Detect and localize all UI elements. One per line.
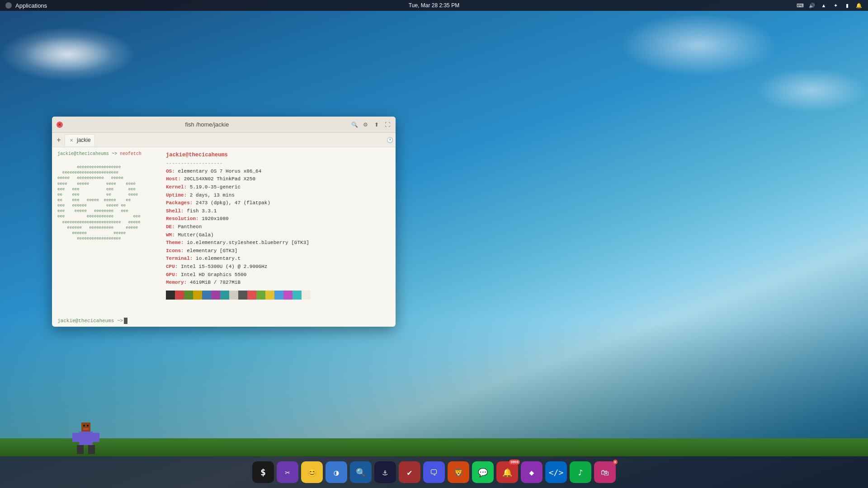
neofetch-shell: Shell: fish 3.3.1 — [166, 207, 390, 216]
color-swatch — [274, 291, 283, 300]
nordvpn-dock[interactable]: ⚓ — [374, 461, 396, 483]
vscode-dock[interactable]: </> — [545, 461, 567, 483]
neofetch-kernel: Kernel: 5.19.0-35-generic — [166, 183, 390, 192]
terminal-title: fish /home/jackie — [185, 121, 229, 128]
ascii-art: eeeeeeeeeeeeeeeeee eeeeeeeeeeeeeeeeeeeee… — [57, 159, 155, 241]
color-swatch — [184, 291, 193, 300]
neofetch-memory: Memory: 4619MiB / 7827MiB — [166, 279, 390, 287]
color-swatch — [211, 291, 220, 300]
settings-icon[interactable]: ⚙ — [362, 121, 369, 128]
keyboard-icon[interactable]: ⌨ — [797, 2, 804, 9]
terminal-bottom: jackie@thecicaheums ~> — [52, 315, 396, 327]
tab-close-icon[interactable]: ✕ — [69, 137, 74, 143]
discord-dock[interactable]: 🗨 — [423, 461, 445, 483]
neofetch-wm: WM: Mutter(Gala) — [166, 231, 390, 239]
terminal-right-panel: jackie@thecicaheums ------------------- … — [160, 147, 396, 315]
neofetch-username: jackie@thecicaheums — [166, 151, 390, 160]
bottom-prompt-text: jackie@thecicaheums ~> — [57, 318, 123, 324]
add-tab-button[interactable]: + — [54, 135, 64, 145]
svg-rect-8 — [83, 428, 89, 430]
titlebar-icons: 🔍 ⚙ ⬆ ⛶ — [351, 121, 391, 128]
color-swatch — [238, 291, 247, 300]
menubar-left: Applications — [5, 2, 47, 9]
terminal-left-panel: jackie@thecicaheums ~> neofetch eeeeeeee… — [52, 147, 160, 315]
notification-icon[interactable]: 🔔 — [855, 2, 863, 9]
svg-rect-1 — [79, 432, 93, 445]
folder-dock[interactable]: ◆ — [521, 461, 542, 483]
neofetch-separator: ------------------- — [166, 160, 390, 168]
fullscreen-icon[interactable]: ⛶ — [384, 121, 391, 128]
brave-dock[interactable]: 🦁 — [448, 461, 469, 483]
neofetch-terminal: Terminal: io.elementary.t — [166, 255, 390, 263]
bottom-prompt-line: jackie@thecicaheums ~> — [57, 318, 390, 324]
tab-jackie[interactable]: ✕ jackie — [65, 134, 95, 146]
svg-rect-7 — [87, 425, 89, 427]
prompt-arrow: ~> — [112, 151, 120, 156]
applications-menu[interactable]: Applications — [15, 2, 47, 9]
svg-rect-2 — [77, 445, 84, 454]
menubar-center: Tue, Mar 28 2:35 PM — [409, 2, 459, 9]
color-swatch — [247, 291, 256, 300]
neofetch-gpu: GPU: Intel HD Graphics 5500 — [166, 271, 390, 279]
terminal-cursor — [124, 318, 127, 324]
neofetch-resolution: Resolution: 868x488 — [166, 215, 390, 223]
wifi-icon[interactable]: ▲ — [820, 2, 827, 9]
svg-rect-0 — [81, 422, 90, 432]
neofetch-theme: Theme: io.elementary.stylesheet.blueberr… — [166, 239, 390, 247]
datetime: Tue, Mar 28 2:35 PM — [409, 2, 459, 9]
search-icon[interactable]: 🔍 — [351, 121, 359, 128]
emoji-dock[interactable]: 😊 — [301, 461, 323, 483]
tab-label: jackie — [77, 137, 91, 143]
close-button[interactable]: ✕ — [57, 122, 63, 128]
dock: $✂😊◑🔍⚓✔🗨🦁💬🔔9999◆</>♪🛍8 — [0, 456, 868, 488]
neofetch-packages: Packages: 2473 (dpkg), 47 (flatpak) — [166, 199, 390, 207]
color-swatch — [265, 291, 274, 300]
cloud-2 — [23, 36, 113, 72]
prompt-line: jackie@thecicaheums ~> neofetch — [57, 151, 155, 157]
dock-badge: 8 — [613, 460, 618, 465]
color-swatch — [292, 291, 302, 300]
copyq-dock[interactable]: ✂ — [277, 461, 298, 483]
color-swatch — [256, 291, 265, 300]
tab-history-icon[interactable]: 🕐 — [386, 136, 394, 144]
pixel-character — [63, 420, 108, 456]
ground — [0, 438, 868, 456]
notifications-dock[interactable]: 🔔9999 — [496, 461, 518, 483]
color-swatch — [175, 291, 184, 300]
terminal-window: ✕ fish /home/jackie 🔍 ⚙ ⬆ ⛶ + ✕ jackie 🕐… — [52, 117, 396, 327]
ground-gradient — [0, 321, 868, 456]
spotify-dock[interactable]: ♪ — [570, 461, 591, 483]
volume-icon[interactable]: 🔊 — [808, 2, 816, 9]
maximize-icon[interactable]: ⬆ — [373, 121, 380, 128]
appstore-dock[interactable]: 🛍8 — [594, 461, 616, 483]
prompt-command: neofetch — [120, 151, 142, 156]
todoist-dock[interactable]: ✔ — [399, 461, 420, 483]
cloud-3 — [619, 14, 778, 77]
dock-badge: 9999 — [509, 460, 520, 465]
svg-rect-5 — [93, 433, 99, 442]
color-swatch — [166, 291, 175, 300]
neofetch-host: Host: 20CLS4XN02 ThinkPad X250 — [166, 175, 390, 183]
svg-rect-4 — [72, 433, 79, 442]
neofetch-os: OS: elementary OS 7 Horus x86_64 — [166, 168, 390, 176]
color-swatch — [302, 291, 311, 300]
elementaryswitch-dock[interactable]: ◑ — [326, 461, 347, 483]
svg-rect-6 — [83, 425, 85, 427]
neofetch-de: DE: Pantheon — [166, 223, 390, 231]
cloud-4 — [755, 68, 868, 113]
prompt-user: jackie@thecicaheums — [57, 151, 109, 156]
color-swatch — [229, 291, 238, 300]
bluetooth-icon[interactable]: ✦ — [832, 2, 839, 9]
neofetch-cpu: CPU: Intel i5-5300U (4) @ 2.900GHz — [166, 263, 390, 271]
color-swatch — [283, 291, 292, 300]
battery-icon[interactable]: ▮ — [844, 2, 851, 9]
menubar-right: ⌨ 🔊 ▲ ✦ ▮ 🔔 — [797, 2, 863, 9]
color-swatch — [193, 291, 202, 300]
whatsapp-dock[interactable]: 💬 — [472, 461, 494, 483]
terminal-dock[interactable]: $ — [252, 461, 274, 483]
neofetch-uptime: Uptime: 2 days, 13 mins — [166, 192, 390, 200]
app-icon — [5, 2, 12, 9]
terminal-tabbar: + ✕ jackie 🕐 — [52, 133, 396, 147]
search-dock[interactable]: 🔍 — [350, 461, 372, 483]
terminal-titlebar: ✕ fish /home/jackie 🔍 ⚙ ⬆ ⛶ — [52, 117, 396, 133]
